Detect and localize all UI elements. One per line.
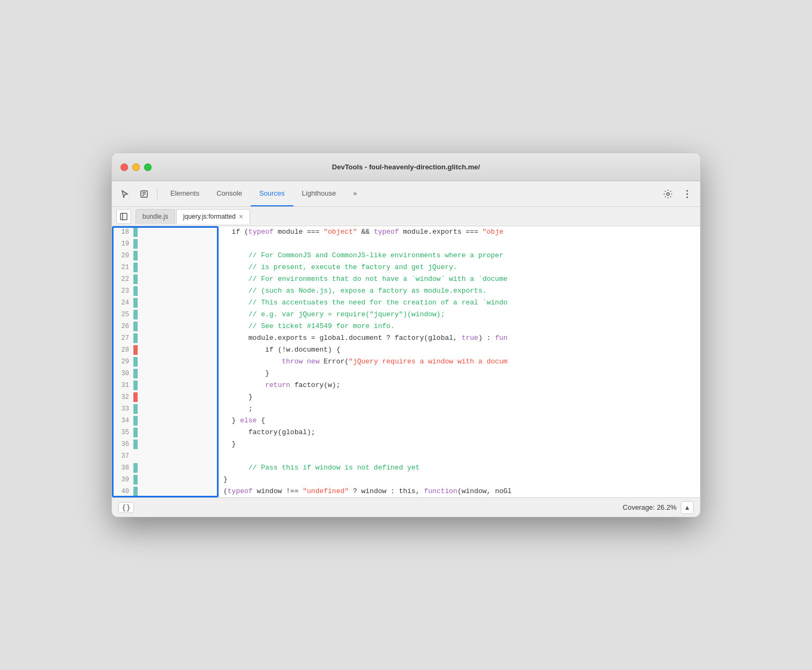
- file-tab-jquery-formatted[interactable]: jquery.js:formatted ×: [176, 209, 250, 224]
- coverage-24: [133, 298, 138, 308]
- coverage-36: [133, 440, 138, 449]
- file-tab-bundle[interactable]: bundle.js: [136, 209, 175, 224]
- line-number-33: 33: [112, 403, 133, 415]
- code-line-35: factory(global);: [223, 427, 696, 438]
- code-line-27: module.exports = global.document ? facto…: [223, 332, 696, 344]
- close-tab-icon[interactable]: ×: [239, 213, 243, 220]
- tab-lighthouse[interactable]: Lighthouse: [294, 181, 345, 206]
- statusbar-left: {}: [118, 502, 134, 513]
- close-button[interactable]: [121, 163, 128, 171]
- sidebar-toggle-button[interactable]: [116, 209, 131, 224]
- tab-elements[interactable]: Elements: [162, 181, 208, 206]
- code-line-31: return factory(w);: [223, 379, 696, 391]
- more-options-icon[interactable]: [679, 185, 696, 203]
- code-line-40: (typeof window !== "undefined" ? window …: [223, 486, 696, 497]
- minimize-button[interactable]: [132, 163, 140, 171]
- toolbar-right: [659, 185, 696, 203]
- tab-console[interactable]: Console: [208, 181, 251, 206]
- toolbar-divider: [157, 188, 157, 200]
- line-number-25: 25: [112, 309, 133, 321]
- gutter-row-36: 36: [112, 438, 219, 450]
- gutter-row-18: 18: [112, 226, 219, 238]
- coverage-26: [133, 322, 138, 331]
- coverage-37: [133, 451, 138, 461]
- gutter-row-31: 31: [112, 379, 219, 391]
- line-number-31: 31: [112, 379, 133, 391]
- coverage-39: [133, 475, 138, 485]
- code-line-25: // e.g. var jQuery = require("jquery")(w…: [223, 309, 696, 321]
- gutter: 18 19 20 21: [112, 226, 219, 497]
- coverage-20: [133, 251, 138, 260]
- line-number-35: 35: [112, 427, 133, 438]
- code-line-22: // For environments that do not have a `…: [223, 273, 696, 285]
- code-line-23: // (such as Node.js), expose a factory a…: [223, 285, 696, 297]
- code-line-18: if (typeof module === "object" && typeof…: [223, 226, 696, 238]
- code-line-29: throw new Error("jQuery requires a windo…: [223, 356, 696, 368]
- statusbar: {} Coverage: 26.2% ▲: [112, 497, 700, 517]
- line-number-21: 21: [112, 262, 133, 273]
- gutter-row-30: 30: [112, 368, 219, 379]
- gutter-row-29: 29: [112, 356, 219, 368]
- line-number-37: 37: [112, 450, 133, 462]
- gutter-row-22: 22: [112, 273, 219, 285]
- line-number-36: 36: [112, 438, 133, 450]
- line-number-32: 32: [112, 391, 133, 403]
- line-number-28: 28: [112, 344, 133, 356]
- gutter-row-33: 33: [112, 403, 219, 415]
- code-line-26: // See ticket #14549 for more info.: [223, 321, 696, 332]
- line-number-38: 38: [112, 462, 133, 474]
- gutter-row-32: 32: [112, 391, 219, 403]
- scroll-up-button[interactable]: ▲: [681, 501, 694, 514]
- code-line-36: }: [223, 438, 696, 450]
- gutter-row-38: 38: [112, 462, 219, 474]
- gutter-row-19: 19: [112, 238, 219, 250]
- gutter-row-34: 34: [112, 415, 219, 427]
- svg-point-1: [667, 192, 670, 195]
- maximize-button[interactable]: [144, 163, 152, 171]
- coverage-40: [133, 487, 138, 496]
- settings-icon[interactable]: [659, 185, 676, 203]
- cursor-icon[interactable]: [116, 185, 133, 203]
- svg-point-2: [687, 190, 688, 191]
- coverage-30: [133, 369, 138, 378]
- gutter-row-40: 40: [112, 486, 219, 497]
- line-number-26: 26: [112, 321, 133, 332]
- coverage-34: [133, 416, 138, 426]
- gutter-row-27: 27: [112, 332, 219, 344]
- tab-more[interactable]: »: [344, 181, 365, 206]
- code-line-30: }: [223, 368, 696, 379]
- coverage-27: [133, 333, 138, 343]
- line-number-34: 34: [112, 415, 133, 427]
- statusbar-right: Coverage: 26.2% ▲: [623, 501, 694, 514]
- svg-point-3: [687, 193, 688, 195]
- line-number-27: 27: [112, 332, 133, 344]
- coverage-22: [133, 274, 138, 284]
- tab-sources[interactable]: Sources: [251, 181, 294, 206]
- main-content: 18 19 20 21: [112, 226, 700, 497]
- line-number-23: 23: [112, 285, 133, 297]
- pretty-print-button[interactable]: {}: [118, 502, 134, 513]
- line-number-20: 20: [112, 250, 133, 262]
- code-line-21: // is present, execute the factory and g…: [223, 262, 696, 273]
- gutter-row-23: 23: [112, 285, 219, 297]
- code-line-33: ;: [223, 403, 696, 415]
- code-line-38: // Pass this if window is not defined ye…: [223, 462, 696, 474]
- code-container: 18 19 20 21: [112, 226, 700, 497]
- code-lines: if (typeof module === "object" && typeof…: [219, 226, 700, 497]
- devtools-window: DevTools - foul-heavenly-direction.glitc…: [111, 153, 701, 517]
- svg-point-4: [687, 196, 688, 198]
- code-line-34: } else {: [223, 415, 696, 427]
- traffic-lights: [121, 163, 152, 171]
- line-number-19: 19: [112, 238, 133, 250]
- coverage-19: [133, 239, 138, 249]
- coverage-text: Coverage: 26.2%: [623, 503, 676, 511]
- coverage-35: [133, 428, 138, 437]
- coverage-28: [133, 345, 138, 355]
- line-number-30: 30: [112, 368, 133, 379]
- gutter-row-35: 35: [112, 427, 219, 438]
- code-line-28: if (!w.document) {: [223, 344, 696, 356]
- line-number-22: 22: [112, 273, 133, 285]
- inspect-icon[interactable]: [136, 185, 153, 203]
- line-number-29: 29: [112, 356, 133, 368]
- code-line-39: }: [223, 474, 696, 486]
